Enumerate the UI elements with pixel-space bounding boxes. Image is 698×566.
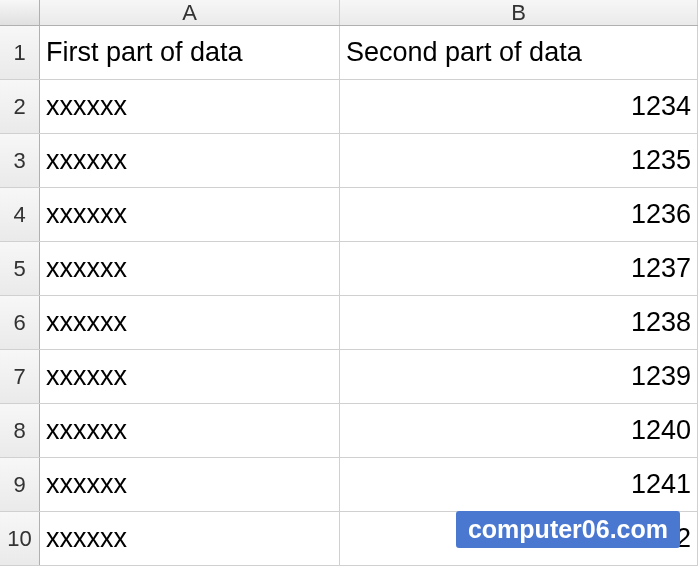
cell-B5[interactable]: 1237 (340, 242, 698, 295)
column-header-A[interactable]: A (40, 0, 340, 25)
table-row: 7 xxxxxx 1239 (0, 350, 698, 404)
cell-A2[interactable]: xxxxxx (40, 80, 340, 133)
cell-B3[interactable]: 1235 (340, 134, 698, 187)
cell-A3[interactable]: xxxxxx (40, 134, 340, 187)
cell-B2[interactable]: 1234 (340, 80, 698, 133)
cell-value: Second part of data (346, 37, 582, 68)
row-header[interactable]: 5 (0, 242, 40, 295)
cell-A4[interactable]: xxxxxx (40, 188, 340, 241)
cell-value: 1237 (631, 253, 691, 284)
cell-A9[interactable]: xxxxxx (40, 458, 340, 511)
cell-value: xxxxxx (46, 145, 127, 176)
spreadsheet-grid: A B 1 First part of data Second part of … (0, 0, 698, 566)
column-header-row: A B (0, 0, 698, 26)
table-row: 6 xxxxxx 1238 (0, 296, 698, 350)
row-header[interactable]: 1 (0, 26, 40, 79)
row-number: 10 (7, 526, 31, 552)
row-number: 2 (13, 94, 25, 120)
row-header[interactable]: 3 (0, 134, 40, 187)
row-number: 8 (13, 418, 25, 444)
row-header[interactable]: 6 (0, 296, 40, 349)
cell-A8[interactable]: xxxxxx (40, 404, 340, 457)
cell-value: xxxxxx (46, 415, 127, 446)
row-number: 6 (13, 310, 25, 336)
column-header-B[interactable]: B (340, 0, 698, 25)
cell-value: First part of data (46, 37, 243, 68)
row-header[interactable]: 4 (0, 188, 40, 241)
cell-value: 1235 (631, 145, 691, 176)
cell-A5[interactable]: xxxxxx (40, 242, 340, 295)
table-row: 2 xxxxxx 1234 (0, 80, 698, 134)
cell-B8[interactable]: 1240 (340, 404, 698, 457)
cell-value: 1240 (631, 415, 691, 446)
table-row: 4 xxxxxx 1236 (0, 188, 698, 242)
cell-A1[interactable]: First part of data (40, 26, 340, 79)
cell-value: xxxxxx (46, 361, 127, 392)
row-header[interactable]: 7 (0, 350, 40, 403)
cell-value: 1241 (631, 469, 691, 500)
table-row: 5 xxxxxx 1237 (0, 242, 698, 296)
cell-A7[interactable]: xxxxxx (40, 350, 340, 403)
cell-value: xxxxxx (46, 469, 127, 500)
table-row: 3 xxxxxx 1235 (0, 134, 698, 188)
column-label: A (182, 0, 197, 26)
cell-value: xxxxxx (46, 523, 127, 554)
cell-value: xxxxxx (46, 199, 127, 230)
row-number: 5 (13, 256, 25, 282)
row-number: 7 (13, 364, 25, 390)
cell-value: 1238 (631, 307, 691, 338)
column-label: B (511, 0, 526, 26)
row-header[interactable]: 2 (0, 80, 40, 133)
cell-B9[interactable]: 1241 (340, 458, 698, 511)
row-header[interactable]: 10 (0, 512, 40, 565)
watermark-text: computer06.com (468, 515, 668, 543)
table-row: 8 xxxxxx 1240 (0, 404, 698, 458)
select-all-corner[interactable] (0, 0, 40, 25)
cell-A10[interactable]: xxxxxx (40, 512, 340, 565)
row-number: 4 (13, 202, 25, 228)
cell-value: 1239 (631, 361, 691, 392)
row-number: 9 (13, 472, 25, 498)
cell-A6[interactable]: xxxxxx (40, 296, 340, 349)
row-header[interactable]: 9 (0, 458, 40, 511)
cell-value: xxxxxx (46, 307, 127, 338)
row-header[interactable]: 8 (0, 404, 40, 457)
watermark-label: computer06.com (456, 511, 680, 548)
cell-value: xxxxxx (46, 91, 127, 122)
cell-B6[interactable]: 1238 (340, 296, 698, 349)
cell-B4[interactable]: 1236 (340, 188, 698, 241)
row-number: 1 (13, 40, 25, 66)
cell-B1[interactable]: Second part of data (340, 26, 698, 79)
cell-value: 1234 (631, 91, 691, 122)
cell-B7[interactable]: 1239 (340, 350, 698, 403)
table-row: 9 xxxxxx 1241 (0, 458, 698, 512)
row-number: 3 (13, 148, 25, 174)
cell-value: xxxxxx (46, 253, 127, 284)
table-row: 1 First part of data Second part of data (0, 26, 698, 80)
cell-value: 1236 (631, 199, 691, 230)
